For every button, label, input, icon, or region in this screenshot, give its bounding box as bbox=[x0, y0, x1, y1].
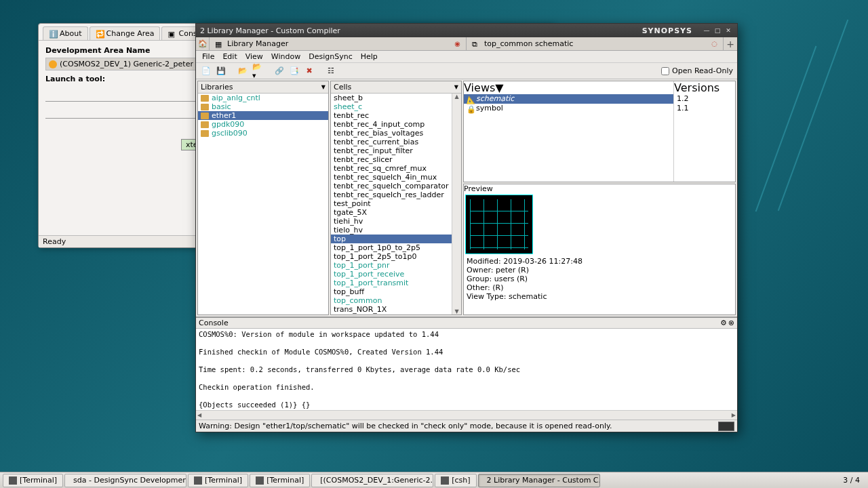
cell-item[interactable]: tiehi_hv bbox=[331, 217, 452, 226]
cell-item[interactable]: trans_clkinv_1X bbox=[331, 314, 452, 314]
open-folder-dropdown-icon[interactable]: 📂▾ bbox=[252, 65, 264, 77]
statusbar: Warning: Design "ether1/top/schematic" w… bbox=[196, 420, 737, 432]
library-item[interactable]: aip_anlg_cntl bbox=[198, 94, 328, 102]
cell-item[interactable]: tenbt_rec_current_bias bbox=[331, 138, 452, 146]
preview-header: Preview bbox=[464, 184, 493, 193]
library-item[interactable]: ether1 bbox=[198, 111, 328, 120]
close-icon[interactable]: ◌ bbox=[711, 40, 717, 47]
cell-item[interactable]: sheet_b bbox=[331, 94, 452, 102]
menu-designsync[interactable]: DesignSync bbox=[305, 52, 356, 62]
console-close-icon[interactable]: ⊗ bbox=[728, 319, 734, 327]
version-item[interactable]: 1.2 bbox=[674, 94, 735, 104]
home-tab[interactable]: 🏠 bbox=[196, 37, 210, 50]
cell-item[interactable]: test_point bbox=[331, 199, 452, 208]
taskbar-item[interactable]: 2 Library Manager - Custom C... bbox=[478, 474, 600, 487]
window-title: 2 Library Manager - Custom Compiler bbox=[200, 26, 642, 35]
tab-change-area[interactable]: 🔁Change Area bbox=[90, 26, 161, 40]
version-item[interactable]: 1.1 bbox=[674, 104, 735, 113]
properties-icon[interactable]: ☷ bbox=[325, 65, 337, 77]
cell-item[interactable]: trans_NOR_1X bbox=[331, 305, 452, 314]
cell-item[interactable]: top_1_port_pnr bbox=[331, 261, 452, 270]
app-icon bbox=[256, 476, 264, 485]
taskbar-item[interactable]: [Terminal] bbox=[3, 474, 63, 487]
cell-item[interactable]: tenbt_rec_4_input_comp bbox=[331, 120, 452, 129]
console-h-scrollbar[interactable]: ◀▶ bbox=[196, 410, 737, 420]
menu-edit[interactable]: Edit bbox=[219, 52, 240, 62]
cells-list[interactable]: sheet_bsheet_ctenbt_rectenbt_rec_4_input… bbox=[331, 94, 452, 314]
cell-item[interactable]: tenbt_rec_slicer bbox=[331, 155, 452, 164]
cell-item[interactable]: tenbt_rec_squelch_4in_mux bbox=[331, 173, 452, 182]
cell-item[interactable]: sheet_c bbox=[331, 102, 452, 111]
menubar: File Edit View Window DesignSync Help bbox=[196, 51, 737, 63]
dev-area-value[interactable]: (COSMOS2_DEV_1) Generic-2_peter bbox=[45, 58, 197, 70]
cell-item[interactable]: top_1_port_transmit bbox=[331, 279, 452, 287]
cell-item[interactable]: top_1_port_receive bbox=[331, 270, 452, 279]
tab-schematic[interactable]: ⧉ top_common schematic ◌ bbox=[467, 37, 724, 50]
libraries-list[interactable]: aip_anlg_cntlbasicether1gpdk090gsclib090 bbox=[198, 94, 328, 314]
close-icon[interactable]: ◉ bbox=[454, 40, 460, 47]
cell-item[interactable]: tenbt_rec_bias_voltages bbox=[331, 129, 452, 138]
cell-item[interactable]: tielo_hv bbox=[331, 226, 452, 235]
library-item[interactable]: gpdk090 bbox=[198, 120, 328, 129]
cell-item[interactable]: top_common bbox=[331, 296, 452, 305]
console-pane: Console ⚙ ⊗ COSMOS%0: Version of module … bbox=[196, 317, 737, 420]
cell-item[interactable]: tenbt_rec_squelch_res_ladder bbox=[331, 190, 452, 199]
menu-view[interactable]: View bbox=[242, 52, 267, 62]
versions-list[interactable]: 1.21.1 bbox=[674, 94, 735, 182]
preview-viewtype: View Type: schematic bbox=[467, 292, 732, 301]
copy-icon[interactable]: 📑 bbox=[288, 65, 300, 77]
scrollbar[interactable]: ▲▼ bbox=[452, 94, 461, 314]
terminal-icon[interactable] bbox=[718, 422, 734, 431]
menu-help[interactable]: Help bbox=[357, 52, 381, 62]
new-icon[interactable]: 📄 bbox=[200, 65, 212, 77]
app-icon bbox=[9, 476, 17, 485]
console-gear-icon[interactable]: ⚙ bbox=[720, 319, 727, 327]
views-pane: Views▼ 📐schematic🔒symbol Versions 1.21.1 bbox=[463, 81, 736, 182]
views-list[interactable]: 📐schematic🔒symbol bbox=[464, 94, 673, 182]
cell-item[interactable]: tgate_5X bbox=[331, 208, 452, 217]
cell-item[interactable]: tenbt_rec_sq_cmref_mux bbox=[331, 164, 452, 173]
console-output[interactable]: COSMOS%0: Version of module in workspace… bbox=[196, 329, 737, 410]
taskbar-item[interactable]: [Terminal] bbox=[250, 474, 310, 487]
menu-window[interactable]: Window bbox=[268, 52, 304, 62]
terminal-icon: ▣ bbox=[167, 30, 176, 38]
library-item[interactable]: gsclib090 bbox=[198, 129, 328, 138]
chevron-down-icon[interactable]: ▼ bbox=[454, 84, 458, 90]
cell-item[interactable]: tenbt_rec_input_filter bbox=[331, 146, 452, 155]
library-manager-window: 2 Library Manager - Custom Compiler SYNO… bbox=[195, 23, 738, 432]
preview-pane: Preview Modified: 2019-03-26 11:27:48 Ow… bbox=[463, 184, 736, 315]
titlebar[interactable]: 2 Library Manager - Custom Compiler SYNO… bbox=[196, 24, 737, 37]
folder-icon bbox=[201, 95, 209, 102]
save-icon[interactable]: 💾 bbox=[215, 65, 227, 77]
taskbar-item[interactable]: [Terminal] bbox=[188, 474, 248, 487]
taskbar-item[interactable]: [csh] bbox=[435, 474, 476, 487]
open-readonly-checkbox[interactable] bbox=[661, 67, 669, 75]
view-item[interactable]: 🔒symbol bbox=[464, 104, 673, 113]
minimize-button[interactable]: — bbox=[702, 26, 711, 35]
tab-library-manager[interactable]: ▦ Library Manager ◉ bbox=[210, 37, 467, 50]
workspace-indicator[interactable]: 3 / 4 bbox=[837, 476, 865, 485]
view-item[interactable]: 📐schematic bbox=[464, 94, 673, 104]
view-icon: 🔒 bbox=[467, 105, 473, 112]
cell-item[interactable]: top_buff bbox=[331, 287, 452, 296]
cell-item[interactable]: top bbox=[331, 235, 452, 243]
delete-icon[interactable]: ✖ bbox=[303, 65, 315, 77]
menu-file[interactable]: File bbox=[199, 52, 218, 62]
link-icon[interactable]: 🔗 bbox=[273, 65, 285, 77]
folder-icon bbox=[201, 113, 209, 119]
taskbar-item[interactable]: sda - DesignSync Development... bbox=[64, 474, 186, 487]
library-item[interactable]: basic bbox=[198, 102, 328, 111]
preview-other: Other: (R) bbox=[467, 283, 732, 292]
chevron-down-icon[interactable]: ▼ bbox=[495, 81, 503, 94]
cell-item[interactable]: top_1_port_2p5_to1p0 bbox=[331, 252, 452, 261]
maximize-button[interactable]: □ bbox=[713, 26, 722, 35]
cell-item[interactable]: top_1_port_1p0_to_2p5 bbox=[331, 243, 452, 252]
tab-about[interactable]: ℹ️About bbox=[43, 26, 88, 40]
close-button[interactable]: ✕ bbox=[724, 26, 733, 35]
open-folder-icon[interactable]: 📂 bbox=[237, 65, 249, 77]
new-tab-button[interactable]: + bbox=[724, 37, 737, 50]
cell-item[interactable]: tenbt_rec bbox=[331, 111, 452, 120]
chevron-down-icon[interactable]: ▼ bbox=[321, 84, 326, 90]
cell-item[interactable]: tenbt_rec_squelch_comparator bbox=[331, 182, 452, 190]
taskbar-item[interactable]: [(COSMOS2_DEV_1:Generic-2... bbox=[311, 474, 433, 487]
